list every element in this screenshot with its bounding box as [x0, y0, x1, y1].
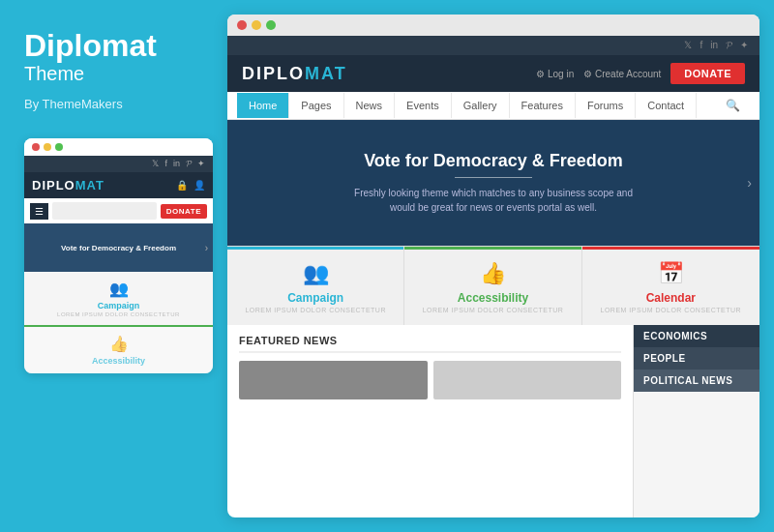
desktop-feature-calendar: 📅 Calendar LOREM IPSUM DOLOR CONSECTETUR — [582, 247, 759, 325]
mobile-social-bar: 𝕏 f in 𝓟 ✦ — [24, 156, 213, 172]
nav-forums[interactable]: Forums — [576, 93, 636, 118]
right-panel: 𝕏 f in 𝓟 ✦ DIPLOMAT ⚙ Log in ⚙ Create Ac… — [227, 0, 774, 532]
mobile-hero-text: Vote for Democracy & Freedom — [61, 244, 176, 252]
desktop-bottom: FEATURED NEWS ECONOMICS PEOPLE POLITICAL… — [227, 325, 759, 517]
sidebar-item-political[interactable]: POLITICAL NEWS — [634, 369, 759, 392]
mobile-user-icon: 👤 — [194, 180, 205, 191]
mobile-lock-icon: 🔒 — [176, 180, 188, 191]
mobile-dot-yellow — [44, 143, 51, 151]
desktop-news-images — [239, 361, 621, 399]
calendar-sub: LOREM IPSUM DOLOR CONSECTETUR — [601, 307, 742, 313]
desktop-feature-campaign: 👥 Campaign LOREM IPSUM DOLOR CONSECTETUR — [227, 247, 404, 325]
mobile-accessibility-section: 👍 Accessibility — [24, 327, 213, 373]
desktop-hero: Vote for Democracy & Freedom Freshly loo… — [227, 120, 759, 246]
theme-title: Diplomat Theme — [24, 29, 203, 85]
feature-bar-campaign — [227, 247, 403, 250]
news-image-1 — [239, 361, 428, 399]
desktop-featured-news: FEATURED NEWS — [227, 325, 634, 517]
feature-bar-accessibility — [404, 247, 580, 250]
desktop-dot-green — [266, 20, 276, 30]
mobile-campaign-section: 👥 Campaign LOREM IPSUM DOLOR CONSECTETUR — [24, 272, 213, 325]
mobile-linkedin-icon: in — [173, 159, 180, 169]
desktop-preview: 𝕏 f in 𝓟 ✦ DIPLOMAT ⚙ Log in ⚙ Create Ac… — [227, 15, 759, 517]
mobile-logo: DIPLOMAT — [32, 178, 104, 192]
mobile-accessibility-title: Accessibility — [92, 356, 145, 366]
desktop-hero-arrow-icon: › — [747, 175, 752, 191]
title-bold: Diplomat — [24, 29, 203, 63]
calendar-title: Calendar — [646, 291, 696, 305]
mobile-preview: 𝕏 f in 𝓟 ✦ DIPLOMAT 🔒 👤 ☰ DONATE Vote fo… — [24, 138, 213, 373]
nav-home[interactable]: Home — [237, 93, 289, 118]
mobile-campaign-sub: LOREM IPSUM DOLOR CONSECTETUR — [57, 311, 180, 317]
desktop-linkedin-icon: in — [710, 40, 718, 51]
news-image-2 — [433, 361, 622, 399]
featured-news-title: FEATURED NEWS — [239, 335, 621, 353]
desktop-dot-red — [237, 20, 247, 30]
nav-events[interactable]: Events — [395, 93, 452, 118]
mobile-hamburger-button[interactable]: ☰ — [30, 203, 48, 220]
sidebar-item-economics[interactable]: ECONOMICS — [634, 325, 759, 347]
sidebar-item-people[interactable]: PEOPLE — [634, 347, 759, 369]
mobile-donate-button[interactable]: DONATE — [161, 204, 207, 219]
desktop-donate-button[interactable]: DONATE — [670, 63, 745, 84]
nav-features[interactable]: Features — [510, 93, 576, 118]
mobile-dot-green — [55, 143, 63, 151]
accessibility-title: Accessibility — [458, 291, 528, 305]
mobile-navbar: DIPLOMAT 🔒 👤 — [24, 172, 213, 198]
mobile-hero: Vote for Democracy & Freedom › — [24, 223, 213, 272]
desktop-sidebar: ECONOMICS PEOPLE POLITICAL NEWS — [634, 325, 759, 517]
desktop-hero-title: Vote for Democracy & Freedom — [354, 151, 633, 171]
desktop-dot-yellow — [252, 20, 261, 30]
desktop-feature-accessibility: 👍 Accessibility LOREM IPSUM DOLOR CONSEC… — [404, 247, 581, 325]
desktop-search-icon[interactable]: 🔍 — [716, 92, 750, 119]
title-light: Theme — [24, 63, 203, 85]
nav-pages[interactable]: Pages — [289, 93, 343, 118]
campaign-title: Campaign — [287, 291, 343, 305]
desktop-title-bar — [227, 15, 759, 36]
desktop-rss-icon: ✦ — [740, 40, 748, 51]
nav-contact[interactable]: Contact — [636, 93, 697, 118]
mobile-arrow-icon: › — [205, 243, 208, 253]
desktop-features: 👥 Campaign LOREM IPSUM DOLOR CONSECTETUR… — [227, 246, 759, 325]
desktop-login-link[interactable]: ⚙ Log in — [536, 69, 574, 79]
mobile-pinterest-icon: 𝓟 — [186, 159, 192, 169]
desktop-logo: DIPLOMAT — [242, 64, 347, 84]
desktop-pinterest-icon: 𝓟 — [726, 40, 732, 51]
desktop-hero-content: Vote for Democracy & Freedom Freshly loo… — [354, 151, 633, 215]
mobile-campaign-icon: 👥 — [109, 280, 129, 298]
mobile-campaign-title: Campaign — [98, 301, 140, 310]
mobile-twitter-icon: 𝕏 — [152, 159, 159, 169]
desktop-header: DIPLOMAT ⚙ Log in ⚙ Create Account DONAT… — [227, 55, 759, 92]
mobile-accessibility-icon: 👍 — [109, 335, 129, 353]
accessibility-sub: LOREM IPSUM DOLOR CONSECTETUR — [423, 307, 564, 313]
mobile-search-bar[interactable] — [52, 202, 157, 220]
left-panel: Diplomat Theme By ThemeMakers 𝕏 f in 𝓟 ✦… — [0, 0, 227, 532]
desktop-hero-divider — [455, 177, 532, 178]
desktop-social-bar: 𝕏 f in 𝓟 ✦ — [227, 36, 759, 55]
desktop-nav: Home Pages News Events Gallery Features … — [227, 92, 759, 120]
nav-news[interactable]: News — [344, 93, 396, 118]
mobile-dot-red — [32, 143, 40, 151]
campaign-icon: 👥 — [303, 261, 329, 286]
feature-bar-calendar — [582, 247, 759, 250]
desktop-twitter-icon: 𝕏 — [684, 40, 692, 51]
mobile-title-bar — [24, 138, 213, 156]
desktop-hero-sub1: Freshly looking theme which matches to a… — [354, 186, 633, 200]
nav-gallery[interactable]: Gallery — [452, 93, 510, 118]
desktop-header-right: ⚙ Log in ⚙ Create Account DONATE — [536, 63, 745, 84]
calendar-icon: 📅 — [658, 261, 684, 286]
theme-author: By ThemeMakers — [24, 97, 203, 111]
desktop-facebook-icon: f — [700, 40, 702, 51]
mobile-facebook-icon: f — [164, 159, 167, 169]
desktop-hero-sub2: would be great for news or events portal… — [354, 200, 633, 215]
accessibility-icon: 👍 — [480, 261, 506, 286]
desktop-create-account-link[interactable]: ⚙ Create Account — [583, 69, 661, 79]
mobile-rss-icon: ✦ — [197, 159, 205, 169]
mobile-nav-icons: 🔒 👤 — [176, 180, 205, 191]
mobile-search-donate-bar: ☰ DONATE — [24, 198, 213, 223]
campaign-sub: LOREM IPSUM DOLOR CONSECTETUR — [245, 307, 386, 313]
